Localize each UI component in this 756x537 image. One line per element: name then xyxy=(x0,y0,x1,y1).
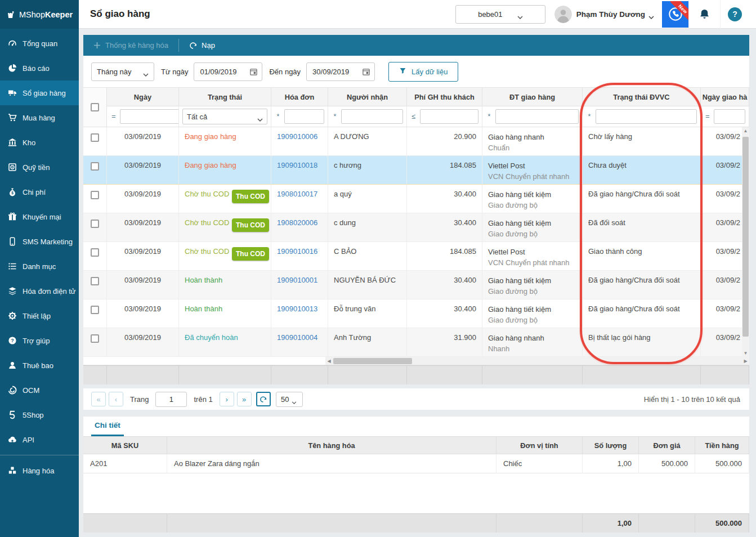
filter-operator[interactable]: * xyxy=(332,113,338,120)
column-header[interactable]: Ngày xyxy=(107,88,179,106)
table-row[interactable]: 03/09/2019 Chờ thu CODThu COD 1908020006… xyxy=(83,213,742,242)
vertical-scrollbar[interactable]: ▲ ▼ xyxy=(742,127,749,357)
notifications-button[interactable] xyxy=(688,0,720,29)
invoice-link[interactable]: 1909010004 xyxy=(277,333,317,342)
sidebar-item-help[interactable]: ? Trợ giúp xyxy=(0,328,79,353)
table-row[interactable]: 03/09/2019 Đã chuyển hoàn 1909010004 Anh… xyxy=(83,328,742,357)
sidebar-item-expense[interactable]: $ Chi phí xyxy=(0,180,79,204)
row-checkbox[interactable] xyxy=(91,277,99,285)
collect-cod-button[interactable]: Thu COD xyxy=(232,218,269,232)
from-date-input[interactable]: 01/09/2019 xyxy=(194,62,262,81)
detail-column-header[interactable]: Đơn giá xyxy=(639,437,695,454)
page-size-select[interactable]: 50 xyxy=(276,392,303,407)
table-row[interactable]: 03/09/2019 Hoàn thành 1909010013 Đỗ trun… xyxy=(83,299,742,328)
sidebar-item-goods[interactable]: Hàng hóa xyxy=(0,458,79,483)
collect-cod-button[interactable]: Thu COD xyxy=(232,190,269,203)
calendar-icon[interactable] xyxy=(362,68,370,78)
brand[interactable]: MShopKeeper xyxy=(0,0,79,29)
sidebar-item-5shop[interactable]: 5Shop xyxy=(0,402,79,427)
row-checkbox[interactable] xyxy=(91,191,99,199)
help-button[interactable]: ? xyxy=(720,0,749,29)
sidebar-item-ocm[interactable]: OCM xyxy=(0,378,79,402)
scroll-left-icon[interactable]: ◀ xyxy=(325,357,333,365)
row-checkbox[interactable] xyxy=(91,133,99,142)
detail-column-header[interactable]: Đơn vị tính xyxy=(496,437,583,454)
column-header[interactable]: Trạng thái ĐVVC xyxy=(583,88,701,106)
row-checkbox[interactable] xyxy=(91,334,99,343)
scroll-up-icon[interactable]: ▲ xyxy=(742,127,749,135)
prev-page-button[interactable]: ‹ xyxy=(109,392,123,406)
table-row[interactable]: 03/09/2019 Chờ thu CODThu COD 1909010016… xyxy=(83,242,742,271)
filter-input[interactable] xyxy=(341,109,403,124)
first-page-button[interactable]: « xyxy=(91,392,106,406)
detail-column-header[interactable]: Tiền hàng xyxy=(695,437,749,454)
collect-cod-button[interactable]: Thu COD xyxy=(232,247,269,261)
row-checkbox[interactable] xyxy=(91,162,99,171)
horizontal-scrollbar[interactable]: ◀ ▶ xyxy=(325,357,749,365)
filter-input[interactable] xyxy=(495,109,579,124)
refresh-grid-button[interactable] xyxy=(256,392,271,406)
detail-table-row[interactable]: A201 Ao Blazer Zara dáng ngắn Chiếc 1,00… xyxy=(83,454,749,473)
filter-input[interactable] xyxy=(714,109,745,124)
page-number-input[interactable] xyxy=(155,392,187,407)
column-header[interactable]: Phí GH thu khách xyxy=(407,88,482,106)
sidebar-item-gift[interactable]: Khuyến mại xyxy=(0,204,79,229)
sidebar-item-delivery[interactable]: Sổ giao hàng xyxy=(0,80,79,105)
horizontal-scrollbar-thumb[interactable] xyxy=(333,358,412,364)
table-row[interactable]: 03/09/2019 Hoàn thành 1909010001 NGUYỄN … xyxy=(83,271,742,299)
last-page-button[interactable]: » xyxy=(237,392,252,406)
invoice-link[interactable]: 1908010017 xyxy=(277,190,317,198)
sidebar-item-cart[interactable]: Mua hàng xyxy=(0,105,79,130)
filter-operator[interactable]: * xyxy=(275,113,281,120)
sidebar-item-report[interactable]: Báo cáo xyxy=(0,56,79,80)
filter-operator[interactable]: * xyxy=(586,113,593,120)
column-header[interactable]: Trạng thái xyxy=(179,88,271,106)
period-select[interactable]: Tháng này xyxy=(91,62,154,81)
column-header[interactable]: Người nhận xyxy=(328,88,407,106)
row-checkbox[interactable] xyxy=(91,220,99,228)
sidebar-item-subscriber[interactable]: Thuê bao xyxy=(0,353,79,378)
detail-column-header[interactable]: Số lượng xyxy=(583,437,639,454)
sidebar-item-category[interactable]: Danh mục xyxy=(0,254,79,279)
sidebar-item-dashboard[interactable]: Tổng quan xyxy=(0,31,79,56)
invoice-link[interactable]: 1909010006 xyxy=(277,132,317,141)
support-phone-button[interactable]: New xyxy=(662,1,688,28)
sidebar-item-einvoice[interactable]: Hóa đơn điện tử xyxy=(0,279,79,303)
tab-detail[interactable]: Chi tiết xyxy=(91,416,124,436)
select-all-checkbox[interactable] xyxy=(91,103,99,111)
column-header[interactable]: ĐT giao hàng xyxy=(482,88,583,106)
filter-input[interactable] xyxy=(420,109,478,124)
invoice-link[interactable]: 1908020006 xyxy=(277,218,317,227)
sidebar-item-warehouse[interactable]: Kho xyxy=(0,130,79,155)
filter-operator[interactable]: ≤ xyxy=(410,113,417,120)
next-page-button[interactable]: › xyxy=(220,392,234,406)
invoice-link[interactable]: 1909010013 xyxy=(277,305,317,313)
row-checkbox[interactable] xyxy=(91,306,99,314)
sidebar-item-api[interactable]: API xyxy=(0,427,79,452)
table-row[interactable]: 03/09/2019 Đang giao hàng 1909010006 A D… xyxy=(83,127,742,156)
table-row[interactable]: 03/09/2019 Chờ thu CODThu COD 1908010017… xyxy=(83,185,742,213)
detail-column-header[interactable]: Tên hàng hóa xyxy=(167,437,496,454)
filter-input[interactable] xyxy=(120,109,179,124)
user-name[interactable]: Phạm Thùy Dương xyxy=(576,10,645,19)
user-menu-chevron-icon[interactable] xyxy=(648,12,654,16)
statistics-button[interactable]: Thống kê hàng hóa xyxy=(83,35,178,56)
avatar[interactable] xyxy=(554,6,572,23)
invoice-link[interactable]: 1909010001 xyxy=(277,276,317,284)
calendar-icon[interactable] xyxy=(249,68,258,78)
to-date-input[interactable]: 30/09/2019 xyxy=(306,62,375,81)
filter-operator[interactable]: * xyxy=(486,113,493,120)
invoice-link[interactable]: 1909010018 xyxy=(277,161,317,169)
invoice-link[interactable]: 1909010016 xyxy=(277,247,317,256)
sidebar-item-gear[interactable]: Thiết lập xyxy=(0,303,79,328)
scroll-right-icon[interactable]: ▶ xyxy=(742,357,749,365)
column-header[interactable]: Ngày giao hà xyxy=(701,88,749,106)
vertical-scrollbar-thumb[interactable] xyxy=(742,137,749,337)
sidebar-item-cashbox[interactable]: Quỹ tiền xyxy=(0,155,79,180)
filter-operator[interactable]: = xyxy=(110,113,117,120)
detail-column-header[interactable]: Mã SKU xyxy=(83,437,167,454)
status-filter-select[interactable]: Tất cả xyxy=(182,109,267,124)
row-checkbox[interactable] xyxy=(91,248,99,257)
table-row[interactable]: 03/09/2019 Đang giao hàng 1909010018 c h… xyxy=(83,156,742,185)
scroll-down-icon[interactable]: ▼ xyxy=(742,350,749,357)
